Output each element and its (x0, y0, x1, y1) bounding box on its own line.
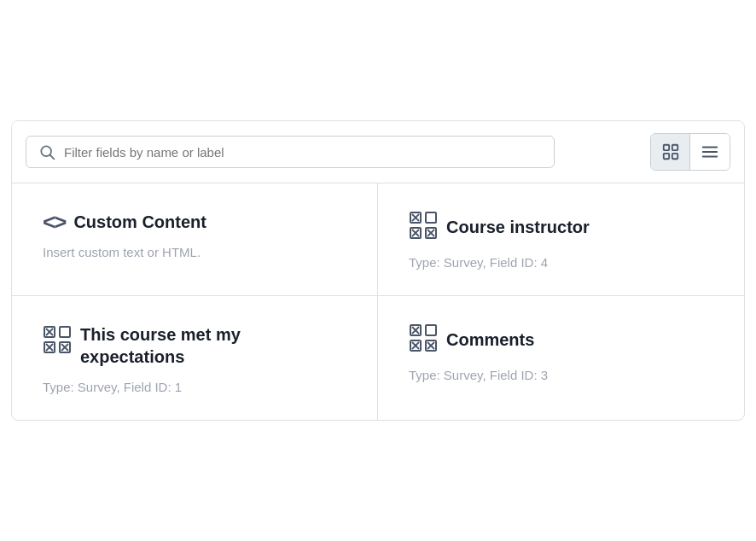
svg-rect-5 (672, 154, 677, 159)
field-title-comments: Comments (409, 323, 713, 356)
field-title-custom-content: <> Custom Content (43, 211, 346, 233)
survey-grid-icon (409, 211, 438, 243)
svg-rect-2 (663, 145, 668, 150)
field-card-course-instructor[interactable]: Course instructor Type: Survey, Field ID… (378, 183, 744, 296)
svg-rect-30 (426, 325, 436, 335)
list-view-button[interactable] (690, 134, 730, 170)
field-title-course-instructor: Course instructor (409, 211, 713, 243)
list-icon (701, 143, 719, 161)
field-title-text: Course instructor (446, 216, 590, 238)
survey-grid-icon-2 (43, 325, 72, 358)
field-title-text: Comments (446, 329, 534, 351)
grid-icon (661, 143, 680, 161)
field-description: Type: Survey, Field ID: 3 (409, 368, 713, 382)
field-description: Type: Survey, Field ID: 4 (409, 255, 713, 270)
field-card-comments[interactable]: Comments Type: Survey, Field ID: 3 (378, 296, 744, 420)
fields-container: <> Custom Content Insert custom text or … (11, 120, 745, 421)
svg-rect-10 (426, 212, 436, 223)
view-toggle (650, 133, 730, 171)
svg-line-1 (50, 155, 55, 160)
toolbar (12, 121, 744, 183)
survey-grid-icon-3 (409, 323, 438, 356)
field-title-text: Custom Content (73, 211, 206, 233)
field-title-text: This course met my expectations (80, 323, 346, 368)
field-card-custom-content[interactable]: <> Custom Content Insert custom text or … (12, 183, 378, 296)
search-wrapper[interactable] (26, 136, 555, 168)
fields-grid: <> Custom Content Insert custom text or … (12, 183, 744, 420)
field-description: Insert custom text or HTML. (43, 245, 346, 259)
grid-view-button[interactable] (651, 134, 690, 170)
search-input[interactable] (64, 145, 542, 160)
code-icon: <> (43, 211, 65, 233)
svg-rect-4 (663, 154, 668, 159)
field-description: Type: Survey, Field ID: 1 (43, 380, 346, 394)
field-title-course-expectations: This course met my expectations (43, 323, 346, 368)
search-icon (38, 143, 55, 160)
svg-rect-3 (672, 145, 677, 150)
field-card-course-expectations[interactable]: This course met my expectations Type: Su… (12, 296, 378, 420)
svg-rect-20 (60, 327, 70, 337)
